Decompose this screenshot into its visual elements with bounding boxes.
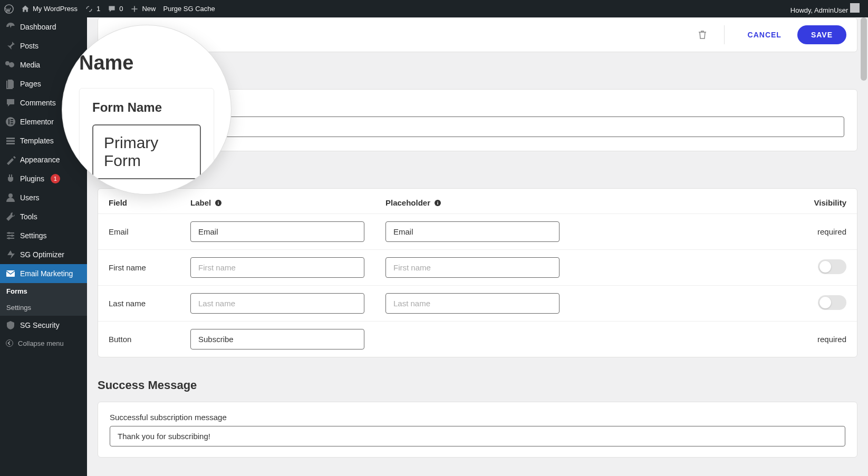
sgoptimizer-icon: [5, 249, 16, 260]
divider: [724, 25, 725, 44]
field-name: Last name: [109, 299, 190, 308]
pages-icon: [5, 79, 16, 89]
field-name: Email: [109, 227, 190, 236]
delete-button[interactable]: [695, 26, 710, 43]
sidebar-item-label: Email Marketing: [20, 269, 73, 278]
comments-link[interactable]: 0: [108, 5, 123, 13]
success-section: Success Message Successful subscription …: [98, 378, 857, 458]
refresh-icon: [85, 5, 93, 13]
scrollbar-thumb[interactable]: [861, 17, 867, 81]
submenu-item-forms[interactable]: Forms: [0, 283, 87, 299]
appearance-icon: [5, 154, 16, 165]
svg-point-10: [8, 232, 10, 234]
success-message-label: Successful subscription message: [110, 413, 845, 422]
sidebar-item-label: SG Security: [20, 321, 60, 329]
label-input[interactable]: [190, 257, 364, 278]
field-name: Button: [109, 335, 190, 344]
placeholder-input[interactable]: [385, 293, 560, 314]
sidebar-item-label: Settings: [20, 231, 47, 240]
site-link[interactable]: My WordPress: [21, 5, 78, 13]
sgsecurity-icon: [5, 320, 16, 331]
table-row: Last name: [98, 286, 857, 322]
scrollbar[interactable]: [860, 17, 868, 476]
sidebar-item-label: Posts: [20, 42, 38, 50]
wp-logo[interactable]: [4, 4, 14, 14]
sidebar-item-sg-optimizer[interactable]: SG Optimizer: [0, 245, 87, 264]
label-input[interactable]: [190, 221, 364, 242]
collapse-icon: [5, 339, 14, 347]
success-title: Success Message: [98, 378, 857, 392]
sidebar-item-label: Dashboard: [20, 23, 56, 31]
badge: 1: [51, 174, 60, 183]
success-message-input[interactable]: [110, 426, 845, 446]
site-name: My WordPress: [33, 5, 78, 13]
submenu-item-settings[interactable]: Settings: [0, 299, 87, 316]
svg-rect-2: [8, 119, 9, 124]
header-field: Field: [109, 198, 190, 207]
header-placeholder: Placeholder i: [385, 198, 581, 207]
updates-count: 1: [97, 5, 100, 13]
collapse-menu[interactable]: Collapse menu: [0, 335, 87, 352]
table-row: First name: [98, 250, 857, 286]
new-link[interactable]: New: [130, 5, 156, 13]
updates-link[interactable]: 1: [85, 5, 100, 13]
comments-count: 0: [119, 5, 123, 13]
sidebar-item-users[interactable]: Users: [0, 188, 87, 207]
svg-point-12: [8, 237, 10, 239]
sidebar-item-label: Users: [20, 193, 40, 202]
svg-point-6: [8, 193, 13, 198]
sidebar-item-label: Media: [20, 61, 40, 69]
fields-card: Field Label i Placeholder i Visibility E…: [98, 188, 857, 357]
sidebar-item-label: Pages: [20, 80, 41, 88]
comment-icon: [108, 5, 116, 13]
sidebar-item-label: Plugins: [20, 174, 44, 183]
placeholder-input[interactable]: [385, 221, 560, 242]
field-name: First name: [109, 263, 190, 272]
info-icon[interactable]: i: [214, 199, 223, 207]
svg-rect-5: [11, 123, 13, 124]
table-row: Buttonrequired: [98, 322, 857, 357]
trash-icon: [698, 30, 707, 40]
plugins-icon: [5, 173, 16, 184]
sidebar-item-email-marketing[interactable]: Email Marketing: [0, 264, 87, 283]
lens-title: Name: [79, 52, 214, 74]
success-card: Successful subscription message: [98, 402, 857, 458]
header-visibility: Visibility: [814, 198, 846, 207]
table-row: Emailrequired: [98, 214, 857, 250]
lens-form-name-label: Form Name: [92, 100, 201, 115]
submenu: FormsSettings: [0, 283, 87, 316]
sidebar-item-dashboard[interactable]: Dashboard: [0, 17, 87, 36]
svg-point-11: [11, 235, 13, 237]
sidebar-item-posts[interactable]: Posts: [0, 36, 87, 55]
dashboard-icon: [5, 22, 16, 32]
comments-icon: [5, 98, 16, 108]
sidebar-item-label: Tools: [20, 212, 37, 221]
cancel-button[interactable]: CANCEL: [738, 26, 791, 43]
purge-cache-link[interactable]: Purge SG Cache: [163, 5, 215, 13]
visibility-toggle[interactable]: [818, 295, 846, 310]
sidebar-item-label: Comments: [20, 99, 56, 107]
info-icon[interactable]: i: [433, 199, 442, 207]
visibility-toggle[interactable]: [818, 259, 846, 274]
sidebar-item-plugins[interactable]: Plugins 1: [0, 169, 87, 188]
media-icon: [5, 60, 16, 70]
label-input[interactable]: [190, 293, 364, 314]
svg-point-14: [6, 340, 13, 347]
placeholder-input[interactable]: [385, 257, 560, 278]
sidebar-item-label: Elementor: [20, 118, 54, 126]
magnifier-lens: Name Form Name Primary Form: [62, 25, 231, 194]
svg-rect-3: [11, 119, 13, 120]
sidebar-item-label: Templates: [20, 137, 54, 145]
sidebar-item-tools[interactable]: Tools: [0, 207, 87, 226]
sidebar-item-settings[interactable]: Settings: [0, 226, 87, 245]
lens-form-name-value: Primary Form: [92, 124, 201, 179]
sidebar-item-sg-security[interactable]: SG Security: [0, 316, 87, 335]
home-icon: [21, 5, 30, 13]
visibility-text: required: [817, 335, 846, 344]
users-icon: [5, 192, 16, 203]
new-label: New: [142, 5, 156, 13]
howdy-link[interactable]: Howdy, AdminUser: [790, 3, 860, 14]
save-button[interactable]: SAVE: [797, 25, 846, 44]
action-bar: CANCEL SAVE: [98, 17, 857, 52]
label-input[interactable]: [190, 329, 364, 349]
